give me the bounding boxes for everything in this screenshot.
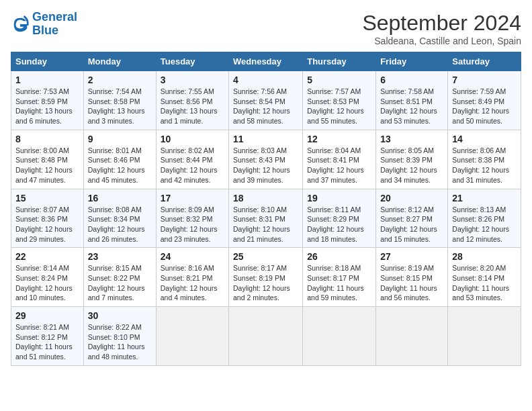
day-cell: 17Sunrise: 8:09 AMSunset: 8:32 PMDayligh… xyxy=(156,189,228,248)
day-number: 4 xyxy=(233,75,298,85)
day-info: Sunrise: 8:10 AMSunset: 8:31 PMDaylight:… xyxy=(233,205,298,244)
day-cell: 7Sunrise: 7:59 AMSunset: 8:49 PMDaylight… xyxy=(448,71,521,130)
day-info: Sunrise: 8:00 AMSunset: 8:48 PMDaylight:… xyxy=(15,146,79,185)
day-cell: 8Sunrise: 8:00 AMSunset: 8:48 PMDaylight… xyxy=(11,130,84,189)
location-subtitle: Saldeana, Castille and Leon, Spain xyxy=(362,36,521,46)
day-number: 17 xyxy=(161,193,224,203)
day-cell: 12Sunrise: 8:04 AMSunset: 8:41 PMDayligh… xyxy=(303,130,376,189)
logo-text: General Blue xyxy=(32,11,77,38)
day-info: Sunrise: 8:11 AMSunset: 8:29 PMDaylight:… xyxy=(307,205,371,244)
day-info: Sunrise: 8:17 AMSunset: 8:19 PMDaylight:… xyxy=(233,263,298,303)
day-info: Sunrise: 8:20 AMSunset: 8:14 PMDaylight:… xyxy=(452,263,517,303)
day-number: 24 xyxy=(161,251,224,262)
day-number: 22 xyxy=(15,251,79,262)
day-cell xyxy=(448,307,521,366)
calendar-body: 1Sunrise: 7:53 AMSunset: 8:59 PMDaylight… xyxy=(11,71,521,366)
day-number: 8 xyxy=(15,134,79,144)
day-info: Sunrise: 7:53 AMSunset: 8:59 PMDaylight:… xyxy=(15,87,79,126)
day-cell xyxy=(376,307,448,366)
day-number: 16 xyxy=(88,193,152,203)
day-info: Sunrise: 8:09 AMSunset: 8:32 PMDaylight:… xyxy=(161,205,224,244)
header-cell-wednesday: Wednesday xyxy=(229,52,303,71)
logo: General Blue xyxy=(11,11,77,38)
header-cell-tuesday: Tuesday xyxy=(156,52,228,71)
day-cell: 4Sunrise: 7:56 AMSunset: 8:54 PMDaylight… xyxy=(229,71,303,130)
day-info: Sunrise: 7:58 AMSunset: 8:51 PMDaylight:… xyxy=(380,87,443,126)
day-info: Sunrise: 8:07 AMSunset: 8:36 PMDaylight:… xyxy=(15,205,79,244)
day-cell: 13Sunrise: 8:05 AMSunset: 8:39 PMDayligh… xyxy=(376,130,448,189)
day-number: 25 xyxy=(233,251,298,262)
day-cell: 30Sunrise: 8:22 AMSunset: 8:10 PMDayligh… xyxy=(83,307,156,366)
day-info: Sunrise: 7:55 AMSunset: 8:56 PMDaylight:… xyxy=(161,87,224,126)
day-info: Sunrise: 7:57 AMSunset: 8:53 PMDaylight:… xyxy=(307,87,371,126)
day-info: Sunrise: 8:06 AMSunset: 8:38 PMDaylight:… xyxy=(452,146,517,185)
day-cell: 28Sunrise: 8:20 AMSunset: 8:14 PMDayligh… xyxy=(448,248,521,307)
day-cell: 16Sunrise: 8:08 AMSunset: 8:34 PMDayligh… xyxy=(83,189,156,248)
day-info: Sunrise: 8:12 AMSunset: 8:27 PMDaylight:… xyxy=(380,205,443,244)
day-number: 29 xyxy=(15,310,79,321)
day-info: Sunrise: 8:13 AMSunset: 8:26 PMDaylight:… xyxy=(452,205,517,244)
day-cell: 24Sunrise: 8:16 AMSunset: 8:21 PMDayligh… xyxy=(156,248,228,307)
day-number: 12 xyxy=(307,134,371,144)
day-number: 11 xyxy=(233,134,298,144)
day-info: Sunrise: 8:05 AMSunset: 8:39 PMDaylight:… xyxy=(380,146,443,185)
day-info: Sunrise: 8:15 AMSunset: 8:22 PMDaylight:… xyxy=(88,263,152,303)
day-cell: 3Sunrise: 7:55 AMSunset: 8:56 PMDaylight… xyxy=(156,71,228,130)
day-info: Sunrise: 8:19 AMSunset: 8:15 PMDaylight:… xyxy=(380,263,443,303)
day-info: Sunrise: 8:08 AMSunset: 8:34 PMDaylight:… xyxy=(88,205,152,244)
day-cell: 2Sunrise: 7:54 AMSunset: 8:58 PMDaylight… xyxy=(83,71,156,130)
calendar-table: SundayMondayTuesdayWednesdayThursdayFrid… xyxy=(11,52,521,366)
title-block: September 2024 Saldeana, Castille and Le… xyxy=(362,11,521,46)
day-info: Sunrise: 8:03 AMSunset: 8:43 PMDaylight:… xyxy=(233,146,298,185)
day-cell: 29Sunrise: 8:21 AMSunset: 8:12 PMDayligh… xyxy=(11,307,84,366)
day-number: 28 xyxy=(452,251,517,262)
day-cell: 14Sunrise: 8:06 AMSunset: 8:38 PMDayligh… xyxy=(448,130,521,189)
day-info: Sunrise: 8:14 AMSunset: 8:24 PMDaylight:… xyxy=(15,263,79,303)
day-cell: 20Sunrise: 8:12 AMSunset: 8:27 PMDayligh… xyxy=(376,189,448,248)
day-info: Sunrise: 7:54 AMSunset: 8:58 PMDaylight:… xyxy=(88,87,152,126)
week-row-2: 8Sunrise: 8:00 AMSunset: 8:48 PMDaylight… xyxy=(11,130,521,189)
day-number: 20 xyxy=(380,193,443,203)
day-number: 27 xyxy=(380,251,443,262)
day-number: 23 xyxy=(88,251,152,262)
day-info: Sunrise: 8:18 AMSunset: 8:17 PMDaylight:… xyxy=(307,263,371,303)
week-row-1: 1Sunrise: 7:53 AMSunset: 8:59 PMDaylight… xyxy=(11,71,521,130)
day-cell: 25Sunrise: 8:17 AMSunset: 8:19 PMDayligh… xyxy=(229,248,303,307)
day-number: 6 xyxy=(380,75,443,85)
day-cell: 5Sunrise: 7:57 AMSunset: 8:53 PMDaylight… xyxy=(303,71,376,130)
day-info: Sunrise: 8:16 AMSunset: 8:21 PMDaylight:… xyxy=(161,263,224,303)
day-number: 10 xyxy=(161,134,224,144)
day-number: 3 xyxy=(161,75,224,85)
day-number: 30 xyxy=(88,310,152,321)
day-cell: 10Sunrise: 8:02 AMSunset: 8:44 PMDayligh… xyxy=(156,130,228,189)
day-number: 1 xyxy=(15,75,79,85)
day-cell: 26Sunrise: 8:18 AMSunset: 8:17 PMDayligh… xyxy=(303,248,376,307)
month-title: September 2024 xyxy=(362,11,521,36)
day-cell: 6Sunrise: 7:58 AMSunset: 8:51 PMDaylight… xyxy=(376,71,448,130)
day-info: Sunrise: 8:21 AMSunset: 8:12 PMDaylight:… xyxy=(15,322,79,362)
header-cell-thursday: Thursday xyxy=(303,52,376,71)
day-cell: 18Sunrise: 8:10 AMSunset: 8:31 PMDayligh… xyxy=(229,189,303,248)
day-cell: 9Sunrise: 8:01 AMSunset: 8:46 PMDaylight… xyxy=(83,130,156,189)
page-header: General Blue September 2024 Saldeana, Ca… xyxy=(11,11,521,46)
day-info: Sunrise: 8:22 AMSunset: 8:10 PMDaylight:… xyxy=(88,322,152,362)
header-cell-monday: Monday xyxy=(83,52,156,71)
logo-icon xyxy=(11,15,30,34)
day-cell: 15Sunrise: 8:07 AMSunset: 8:36 PMDayligh… xyxy=(11,189,84,248)
week-row-3: 15Sunrise: 8:07 AMSunset: 8:36 PMDayligh… xyxy=(11,189,521,248)
day-cell: 23Sunrise: 8:15 AMSunset: 8:22 PMDayligh… xyxy=(83,248,156,307)
day-cell xyxy=(156,307,228,366)
day-cell: 19Sunrise: 8:11 AMSunset: 8:29 PMDayligh… xyxy=(303,189,376,248)
week-row-5: 29Sunrise: 8:21 AMSunset: 8:12 PMDayligh… xyxy=(11,307,521,366)
day-number: 18 xyxy=(233,193,298,203)
day-info: Sunrise: 7:56 AMSunset: 8:54 PMDaylight:… xyxy=(233,87,298,126)
day-info: Sunrise: 8:02 AMSunset: 8:44 PMDaylight:… xyxy=(161,146,224,185)
day-info: Sunrise: 8:04 AMSunset: 8:41 PMDaylight:… xyxy=(307,146,371,185)
header-cell-sunday: Sunday xyxy=(11,52,84,71)
day-info: Sunrise: 7:59 AMSunset: 8:49 PMDaylight:… xyxy=(452,87,517,126)
day-number: 13 xyxy=(380,134,443,144)
day-number: 5 xyxy=(307,75,371,85)
day-number: 9 xyxy=(88,134,152,144)
day-cell: 21Sunrise: 8:13 AMSunset: 8:26 PMDayligh… xyxy=(448,189,521,248)
day-number: 7 xyxy=(452,75,517,85)
